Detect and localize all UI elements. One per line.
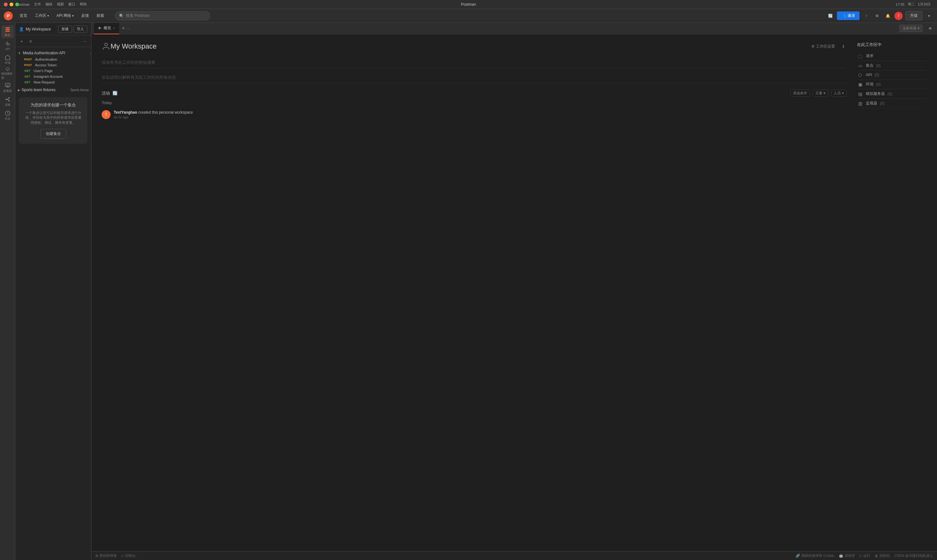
collection-name-media-auth: Media Authentication API xyxy=(23,51,89,55)
environment-selector[interactable]: 没有环境 ▾ xyxy=(900,25,922,32)
ws-api-icon: ⬡ xyxy=(857,72,863,77)
ws-item-collections[interactable]: ▭ 集合 (0) xyxy=(857,61,927,71)
api-label: API xyxy=(5,47,10,51)
sidebar-item-collections[interactable]: 集合 xyxy=(1,25,14,38)
ws-item-monitors[interactable]: ▥ 监视器 (0) xyxy=(857,99,927,108)
add-collection-btn[interactable]: + xyxy=(18,37,25,45)
menu-feedback[interactable]: 反馈 xyxy=(78,12,92,20)
request-name-new-request: New Request xyxy=(34,80,55,84)
svg-rect-4 xyxy=(6,68,9,70)
ws-item-requests[interactable]: ⬚ 请求 xyxy=(857,51,927,61)
capture-requests-btn[interactable]: 🔗 捕获的请求和 Cookie xyxy=(796,553,834,558)
sports-badge: Sports Arena xyxy=(70,88,89,92)
filter-people-btn[interactable]: 人员 ▾ xyxy=(831,89,847,97)
svg-point-3 xyxy=(7,43,8,45)
monitors-label: 监视器 xyxy=(3,89,12,93)
menu-workspace[interactable]: 工作区 xyxy=(32,12,52,20)
notifications-icon[interactable]: 🔔 xyxy=(884,12,892,20)
filter-btn[interactable]: ≡ xyxy=(27,37,34,45)
trash-btn[interactable]: 🗑 回收站 xyxy=(875,553,890,558)
collections-icon xyxy=(5,27,11,32)
mac-menu-help[interactable]: 帮助 xyxy=(80,2,87,7)
import-button[interactable]: 导入 xyxy=(73,25,87,33)
search-placeholder: 搜索 Postman xyxy=(126,13,149,18)
tab-more-button[interactable]: ··· xyxy=(126,26,130,31)
menu-api-network[interactable]: API 网络 xyxy=(53,12,77,20)
workspace-settings-btn[interactable]: ⚙ 工作区设置 xyxy=(809,43,838,51)
sync-icon[interactable]: 🔄 xyxy=(826,12,834,20)
avatar[interactable]: T xyxy=(894,12,903,20)
sidebar-item-mock[interactable]: 模拟服务器 xyxy=(1,67,14,80)
request-item-authentication[interactable]: POST Authentication xyxy=(20,57,91,62)
sidebar-item-history[interactable]: 历史 xyxy=(1,109,14,122)
invite-button[interactable]: 👥 邀请 xyxy=(837,11,860,20)
ws-item-mock[interactable]: ▤ 模拟服务器 (0) xyxy=(857,89,927,99)
training-btn[interactable]: 🤖 训练营 xyxy=(839,553,855,558)
filter-elements-btn[interactable]: 元素 ▾ xyxy=(812,89,828,97)
ws-collections-label: 集合 xyxy=(866,63,874,68)
description-full[interactable]: 添加说明以解释有关此工作区的所有信息 xyxy=(102,72,847,83)
activity-time: an hr ago xyxy=(114,115,193,119)
sidebar-item-monitors[interactable]: 监视器 xyxy=(1,81,14,94)
create-collection-button[interactable]: 创建集合 xyxy=(40,129,66,139)
collection-header-sports[interactable]: ▶ Sports team fixtures Sports Arena xyxy=(15,86,91,93)
mac-menu-file[interactable]: 文件 xyxy=(34,2,41,7)
mock-label: 模拟服务器 xyxy=(1,72,14,80)
request-item-instagram[interactable]: GET Instagram Account xyxy=(20,74,91,79)
mac-menu-postman[interactable]: Postman xyxy=(16,3,29,6)
tab-close-overview[interactable]: × xyxy=(113,26,115,31)
description-short[interactable]: 添加有关此工作区的简短摘要 xyxy=(102,57,847,68)
request-item-new-request[interactable]: GET New Request xyxy=(20,79,91,85)
expand-icon[interactable]: ▾ xyxy=(925,12,933,20)
eye-icon[interactable]: 👁 xyxy=(926,25,934,33)
workspace-title-heading: My Workspace xyxy=(111,42,157,51)
console-btn[interactable]: ▷ 控制台 xyxy=(121,553,136,558)
mac-menu-window[interactable]: 窗口 xyxy=(68,2,75,7)
activity-header: 活动 🔄 筛选条件 元素 ▾ 人员 xyxy=(102,89,847,97)
mac-menu-edit[interactable]: 编辑 xyxy=(45,2,52,7)
sidebar-item-environments[interactable]: 环境 xyxy=(1,53,14,66)
system-icons: 17:05 周二 1月16日 xyxy=(896,2,931,7)
request-item-access-token[interactable]: POST Access Token xyxy=(20,62,91,68)
menu-home[interactable]: 首页 xyxy=(17,12,31,20)
new-button[interactable]: 新建 xyxy=(58,25,72,33)
ws-env-count: (0) xyxy=(876,82,881,87)
ws-mock-count: (0) xyxy=(888,92,892,96)
postman-logo[interactable]: P xyxy=(4,11,13,20)
minimize-button[interactable] xyxy=(9,3,13,6)
collapse-arrow: ▼ xyxy=(18,51,21,55)
capture-icon: 🔗 xyxy=(796,554,800,558)
ws-monitors-icon: ▥ xyxy=(857,101,863,106)
add-tab-button[interactable]: + xyxy=(122,25,125,32)
workspace-header-row: My Workspace ⚙ 工作区设置 ℹ xyxy=(102,42,847,51)
activity-title: 活动 🔄 xyxy=(102,91,117,96)
run-btn[interactable]: ▷ 运行 xyxy=(860,553,870,558)
settings-icon-2: ⚙ xyxy=(811,44,815,49)
filter-conditions-btn[interactable]: 筛选条件 xyxy=(790,89,810,97)
close-button[interactable] xyxy=(4,3,8,6)
topnav-right: 🔄 👥 邀请 ⑂ ⚙ 🔔 T 升级 ▾ xyxy=(826,11,933,20)
upgrade-button[interactable]: 升级 xyxy=(905,11,922,20)
search-bar[interactable]: 🔍 搜索 Postman xyxy=(115,11,210,20)
workspace-info-btn[interactable]: ℹ xyxy=(840,43,847,50)
sidebar-item-api[interactable]: API xyxy=(1,39,14,52)
ws-item-api[interactable]: ⬡ API (0) xyxy=(857,71,927,80)
people-arrow: ▾ xyxy=(842,91,844,95)
more-options-btn[interactable]: ··· xyxy=(81,37,89,45)
request-item-users-page[interactable]: GET User's Page xyxy=(20,68,91,74)
find-replace-icon: ⊞ xyxy=(95,554,98,558)
svg-point-6 xyxy=(6,99,7,100)
settings-icon[interactable]: ⚙ xyxy=(873,12,881,20)
collection-header-media-auth[interactable]: ▼ Media Authentication API › xyxy=(15,49,91,57)
ws-item-environments[interactable]: ▣ 环境 (0) xyxy=(857,80,927,89)
refresh-icon[interactable]: 🔄 xyxy=(113,91,117,95)
mac-menu-view[interactable]: 视图 xyxy=(57,2,64,7)
find-replace-btn[interactable]: ⊞ 查找和替换 xyxy=(95,553,117,558)
sidebar-item-flows[interactable]: 流程 xyxy=(1,95,14,108)
expand-icon-sports: ▶ xyxy=(18,88,20,92)
menu-explore[interactable]: 探索 xyxy=(93,12,107,20)
activity-username: TextYanghao xyxy=(114,110,137,115)
tab-overview[interactable]: 👁 概览 × xyxy=(94,23,119,34)
ws-mock-label: 模拟服务器 xyxy=(866,91,885,97)
fork-icon[interactable]: ⑂ xyxy=(862,12,870,20)
